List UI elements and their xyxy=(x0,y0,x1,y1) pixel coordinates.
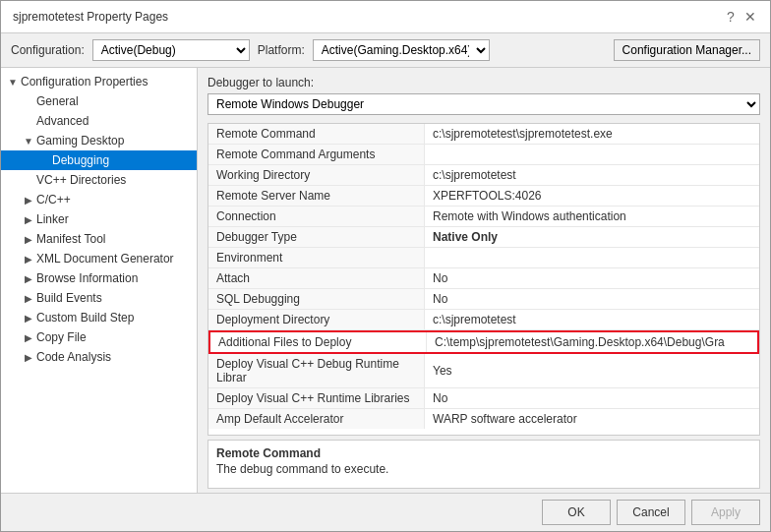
prop-row-5[interactable]: Debugger TypeNative Only xyxy=(208,227,759,248)
platform-label: Platform: xyxy=(258,43,305,57)
tree-label-browse-information: Browse Information xyxy=(36,271,138,285)
tree-expander-custom-build-step xyxy=(21,310,36,325)
tree-expander-code-analysis xyxy=(21,349,36,365)
ok-button[interactable]: OK xyxy=(542,500,611,525)
tree-expander-gaming-desktop xyxy=(21,133,36,148)
prop-row-9[interactable]: Deployment Directoryc:\sjpremotetest xyxy=(208,310,759,330)
tree-label-code-analysis: Code Analysis xyxy=(36,350,111,364)
prop-row-2[interactable]: Working Directoryc:\sjpremotetest xyxy=(208,165,759,186)
prop-value-1 xyxy=(425,145,759,164)
tree-label-vc-directories: VC++ Directories xyxy=(36,173,126,187)
help-button[interactable]: ? xyxy=(723,9,739,25)
apply-button[interactable]: Apply xyxy=(691,500,760,525)
toolbar: Configuration: Active(Debug) Platform: A… xyxy=(1,33,770,68)
tree-label-debugging: Debugging xyxy=(52,153,109,167)
description-panel: Remote Command The debug command to exec… xyxy=(208,440,760,489)
tree-label-gaming-desktop: Gaming Desktop xyxy=(36,134,124,148)
property-pages-window: sjpremotetest Property Pages ? ✕ Configu… xyxy=(0,0,771,532)
tree-label-general: General xyxy=(36,94,79,108)
prop-row-7[interactable]: AttachNo xyxy=(208,268,759,289)
tree-label-linker: Linker xyxy=(36,212,69,226)
title-bar-controls: ? ✕ xyxy=(723,9,758,25)
prop-value-6 xyxy=(425,248,759,267)
title-bar: sjpremotetest Property Pages ? ✕ xyxy=(1,1,770,33)
prop-name-13: Amp Default Accelerator xyxy=(208,409,425,429)
tree-expander-vc-directories xyxy=(21,172,36,188)
tree-item-cc[interactable]: C/C++ xyxy=(1,190,197,209)
tree-label-xml-document-generator: XML Document Generator xyxy=(36,252,174,266)
prop-name-5: Debugger Type xyxy=(208,227,425,247)
tree-expander-cc xyxy=(21,192,36,207)
close-button[interactable]: ✕ xyxy=(742,9,758,25)
prop-name-4: Connection xyxy=(208,207,425,226)
prop-row-13[interactable]: Amp Default AcceleratorWARP software acc… xyxy=(208,409,759,429)
config-manager-button[interactable]: Configuration Manager... xyxy=(614,39,760,61)
tree-item-gaming-desktop[interactable]: Gaming Desktop xyxy=(1,131,197,150)
configuration-select[interactable]: Active(Debug) xyxy=(92,39,250,61)
tree-label-build-events: Build Events xyxy=(36,291,102,305)
prop-row-10[interactable]: Additional Files to DeployC:\temp\sjprem… xyxy=(208,330,759,354)
tree-item-build-events[interactable]: Build Events xyxy=(1,288,197,308)
tree-expander-browse-information xyxy=(21,270,36,286)
tree-item-debugging[interactable]: Debugging xyxy=(1,150,197,170)
properties-grid: Remote Commandc:\sjpremotetest\sjpremote… xyxy=(208,123,760,436)
tree-expander-debugging xyxy=(36,152,52,168)
prop-name-12: Deploy Visual C++ Runtime Libraries xyxy=(208,388,425,408)
prop-row-11[interactable]: Deploy Visual C++ Debug Runtime LibrarYe… xyxy=(208,354,759,388)
tree-item-advanced[interactable]: Advanced xyxy=(1,111,197,131)
prop-name-0: Remote Command xyxy=(208,124,425,144)
tree-item-xml-document-generator[interactable]: XML Document Generator xyxy=(1,249,197,268)
tree-item-manifest-tool[interactable]: Manifest Tool xyxy=(1,229,197,249)
prop-name-10: Additional Files to Deploy xyxy=(210,332,427,352)
prop-name-6: Environment xyxy=(208,248,425,267)
prop-value-5: Native Only xyxy=(425,227,759,247)
prop-value-12: No xyxy=(425,388,759,408)
tree-label-copy-file: Copy File xyxy=(36,330,87,344)
platform-select[interactable]: Active(Gaming.Desktop.x64) xyxy=(313,39,490,61)
prop-row-0[interactable]: Remote Commandc:\sjpremotetest\sjpremote… xyxy=(208,124,759,145)
prop-value-7: No xyxy=(425,268,759,288)
tree-item-custom-build-step[interactable]: Custom Build Step xyxy=(1,308,197,327)
main-content: Configuration PropertiesGeneralAdvancedG… xyxy=(1,68,770,493)
prop-name-11: Deploy Visual C++ Debug Runtime Librar xyxy=(208,354,425,387)
description-text: The debug command to execute. xyxy=(216,462,751,476)
prop-row-6[interactable]: Environment xyxy=(208,248,759,268)
tree-expander-copy-file xyxy=(21,329,36,345)
tree-expander-advanced xyxy=(21,113,36,129)
prop-row-12[interactable]: Deploy Visual C++ Runtime LibrariesNo xyxy=(208,388,759,409)
tree-item-browse-information[interactable]: Browse Information xyxy=(1,268,197,288)
debugger-select[interactable]: Remote Windows Debugger xyxy=(208,93,760,115)
tree-label-configuration-properties: Configuration Properties xyxy=(21,75,148,89)
cancel-button[interactable]: Cancel xyxy=(617,500,685,525)
prop-row-4[interactable]: ConnectionRemote with Windows authentica… xyxy=(208,207,759,227)
prop-row-1[interactable]: Remote Command Arguments xyxy=(208,145,759,165)
prop-row-3[interactable]: Remote Server NameXPERFTOOLS:4026 xyxy=(208,186,759,207)
prop-name-2: Working Directory xyxy=(208,165,425,185)
prop-value-0: c:\sjpremotetest\sjpremotetest.exe xyxy=(425,124,759,144)
tree-item-copy-file[interactable]: Copy File xyxy=(1,327,197,347)
prop-name-7: Attach xyxy=(208,268,425,288)
tree-expander-linker xyxy=(21,211,36,227)
tree-item-general[interactable]: General xyxy=(1,91,197,111)
tree-item-vc-directories[interactable]: VC++ Directories xyxy=(1,170,197,190)
tree-item-configuration-properties[interactable]: Configuration Properties xyxy=(1,72,197,91)
prop-row-8[interactable]: SQL DebuggingNo xyxy=(208,289,759,310)
tree-item-linker[interactable]: Linker xyxy=(1,209,197,229)
prop-value-11: Yes xyxy=(425,354,759,387)
prop-value-8: No xyxy=(425,289,759,309)
tree-item-code-analysis[interactable]: Code Analysis xyxy=(1,347,197,367)
prop-value-4: Remote with Windows authentication xyxy=(425,207,759,226)
window-title: sjpremotetest Property Pages xyxy=(13,10,168,24)
debugger-header: Debugger to launch: xyxy=(198,68,770,93)
prop-name-3: Remote Server Name xyxy=(208,186,425,206)
tree-expander-configuration-properties xyxy=(5,74,21,89)
bottom-bar: OK Cancel Apply xyxy=(1,493,770,531)
tree-expander-manifest-tool xyxy=(21,231,36,247)
tree-panel: Configuration PropertiesGeneralAdvancedG… xyxy=(1,68,198,493)
prop-value-9: c:\sjpremotetest xyxy=(425,310,759,329)
tree-expander-xml-document-generator xyxy=(21,251,36,266)
description-title: Remote Command xyxy=(216,446,751,460)
tree-label-custom-build-step: Custom Build Step xyxy=(36,311,134,325)
debugger-select-row: Remote Windows Debugger xyxy=(198,93,770,123)
tree-label-manifest-tool: Manifest Tool xyxy=(36,232,105,246)
